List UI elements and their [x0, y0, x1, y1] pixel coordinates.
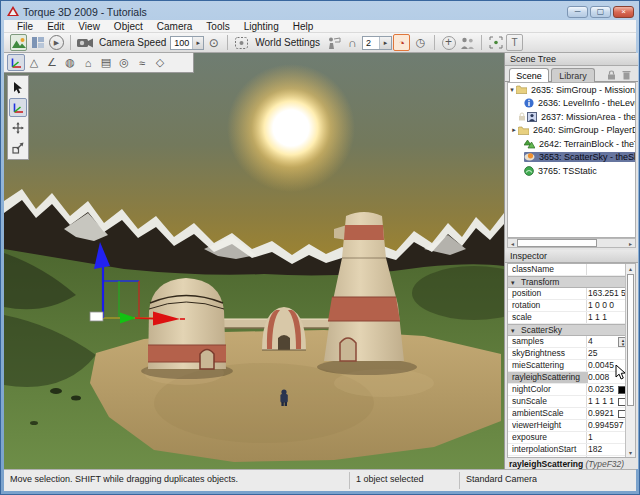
tree-item-simgroup-playerdrop[interactable]: ▸ 2640: SimGroup - PlayerDropP [508, 124, 635, 138]
scrollbar-thumb[interactable] [517, 239, 597, 247]
players-button[interactable] [459, 34, 476, 51]
mesh-road-editor-icon: ◇ [156, 56, 164, 69]
select-tool-button[interactable] [9, 78, 27, 97]
menu-object[interactable]: Object [107, 21, 150, 32]
expand-arrow-icon[interactable]: ▸ [510, 126, 518, 134]
scale-tool-button[interactable] [9, 138, 27, 157]
material-editor-icon: ◍ [65, 56, 75, 69]
add-object-button[interactable]: + [440, 34, 457, 51]
status-camera-mode: Standard Camera [466, 474, 537, 484]
scatter-sky-icon [524, 152, 535, 162]
scene-tree-list: ▾ 2635: SimGroup - MissionGroup 2636: Le… [507, 82, 636, 238]
tree-item-missionarea[interactable]: 2637: MissionArea - theMis [508, 110, 635, 124]
material-editor-button[interactable]: ◍ [61, 54, 79, 71]
tab-library[interactable]: Library [551, 68, 595, 82]
object-editor-button[interactable] [7, 54, 25, 71]
inspector-section-scattersky[interactable]: ▾ScatterSky [508, 324, 635, 336]
snap-size-spinner[interactable]: 2 ▸ [362, 36, 392, 50]
folder-icon [518, 126, 529, 135]
inspector-row: scale1 1 1 [508, 312, 635, 324]
rotate-tool-button[interactable] [9, 118, 27, 137]
menu-file[interactable]: File [10, 21, 40, 32]
decal-editor-button[interactable]: ▤ [97, 54, 115, 71]
terrain-editor-icon: △ [30, 56, 38, 69]
viewport-3d[interactable]: △ ∠ ◍ ⌂ ▤ ◎ ≈ ◇ [4, 53, 504, 469]
tree-horizontal-scrollbar[interactable]: ◂ ▸ [507, 238, 636, 248]
tree-item-levelinfo[interactable]: 2636: LevelInfo - theLevelInfo [508, 97, 635, 111]
snapshot-button[interactable] [233, 34, 250, 51]
menu-lighting[interactable]: Lighting [237, 21, 286, 32]
decal-editor-icon: ▤ [101, 56, 111, 69]
editor-toolbar: △ ∠ ◍ ⌂ ▤ ◎ ≈ ◇ [4, 53, 194, 73]
title-bar[interactable]: Torque 3D 2009 - Tutorials ─ ▢ × [4, 3, 636, 20]
viewport-3d-scene [4, 53, 504, 469]
players-icon [460, 37, 475, 49]
menu-edit[interactable]: Edit [40, 21, 71, 32]
time-of-day-button[interactable]: ◔ [393, 34, 410, 51]
tree-item-scattersky[interactable]: 3653: ScatterSky - theSky [508, 151, 635, 165]
dropdown-arrow-icon[interactable]: ▸ [192, 37, 203, 49]
mesh-road-editor-button[interactable]: ◇ [151, 54, 169, 71]
river-editor-button[interactable]: ≈ [133, 54, 151, 71]
road-editor-button[interactable]: ◎ [115, 54, 133, 71]
status-divider [459, 472, 460, 489]
scroll-left-icon[interactable]: ◂ [508, 240, 517, 247]
terrain-editor-button[interactable]: △ [25, 54, 43, 71]
snapshot-icon [235, 37, 248, 49]
lock-icon[interactable] [607, 70, 616, 80]
menu-tools[interactable]: Tools [199, 21, 236, 32]
visibility-button[interactable]: ⊙ [205, 34, 222, 51]
close-button[interactable]: × [613, 6, 634, 18]
inspector-row: viewerHeight0.994597 [508, 420, 635, 432]
inspector-scrollbar[interactable]: ▴ ▾ [625, 264, 635, 457]
toolbar-separator [70, 35, 71, 50]
eye-icon: ⊙ [209, 36, 219, 50]
trash-icon[interactable] [622, 70, 631, 80]
info-icon [524, 98, 534, 108]
dropdown-arrow-icon[interactable]: ▸ [379, 37, 391, 49]
scene-mode-button[interactable] [10, 34, 27, 51]
camera-speed-dropdown[interactable]: 100 ▸ [170, 36, 204, 50]
inspector-section-transform[interactable]: ▾Transform [508, 276, 635, 288]
time-button[interactable]: ◷ [412, 34, 429, 51]
text-tool-button[interactable]: T [506, 34, 523, 51]
move-tool-button[interactable] [9, 98, 27, 117]
status-selection-count: 1 object selected [356, 474, 424, 484]
camera-icon [77, 38, 93, 48]
layout-button[interactable] [29, 34, 46, 51]
cursor-arrow-icon [13, 82, 23, 94]
tree-item-simgroup-missiongroup[interactable]: ▾ 2635: SimGroup - MissionGroup [508, 83, 635, 97]
play-button[interactable]: ▶ [48, 34, 65, 51]
minimize-button[interactable]: ─ [567, 6, 588, 18]
scroll-up-icon[interactable]: ▴ [626, 265, 635, 272]
river-editor-icon: ≈ [139, 57, 145, 69]
snap-button[interactable]: ∩ [344, 34, 361, 51]
scene-tree-header: Scene Tree [505, 53, 638, 66]
tree-item-terrainblock[interactable]: 2642: TerrainBlock - theTerrain [508, 137, 635, 151]
magnet-icon: ∩ [348, 36, 357, 50]
collapse-arrow-icon[interactable]: ▾ [508, 86, 516, 94]
menu-view[interactable]: View [71, 21, 107, 32]
window-title: Torque 3D 2009 - Tutorials [23, 6, 147, 18]
rotate-icon [12, 122, 24, 134]
stepper-down-icon[interactable]: ▾ [622, 341, 625, 347]
inspector-row: position163.251 533 [508, 288, 635, 300]
tab-scene[interactable]: Scene [509, 68, 549, 82]
tree-item-tsstatic[interactable]: 3765: TSStatic [508, 164, 635, 178]
menu-help[interactable]: Help [286, 21, 321, 32]
scrollbar-thumb[interactable] [627, 274, 634, 406]
right-panel: Scene Tree Scene Library ▾ [504, 53, 638, 469]
player-camera-button[interactable] [325, 34, 342, 51]
terrain-painter-button[interactable]: ∠ [43, 54, 61, 71]
scroll-down-icon[interactable]: ▾ [626, 449, 635, 456]
inspector-footer: rayleighScattering (TypeF32) [509, 459, 636, 469]
inspector-row: interpolationEnd [508, 456, 635, 458]
app-window: Torque 3D 2009 - Tutorials ─ ▢ × File Ed… [0, 0, 640, 495]
scene-landscape-icon [12, 37, 26, 49]
inspector-header: Inspector [505, 250, 638, 263]
maximize-button[interactable]: ▢ [590, 6, 611, 18]
bounds-toggle-button[interactable] [487, 34, 504, 51]
datablock-editor-button[interactable]: ⌂ [79, 54, 97, 71]
scroll-right-icon[interactable]: ▸ [626, 240, 635, 247]
menu-camera[interactable]: Camera [150, 21, 200, 32]
